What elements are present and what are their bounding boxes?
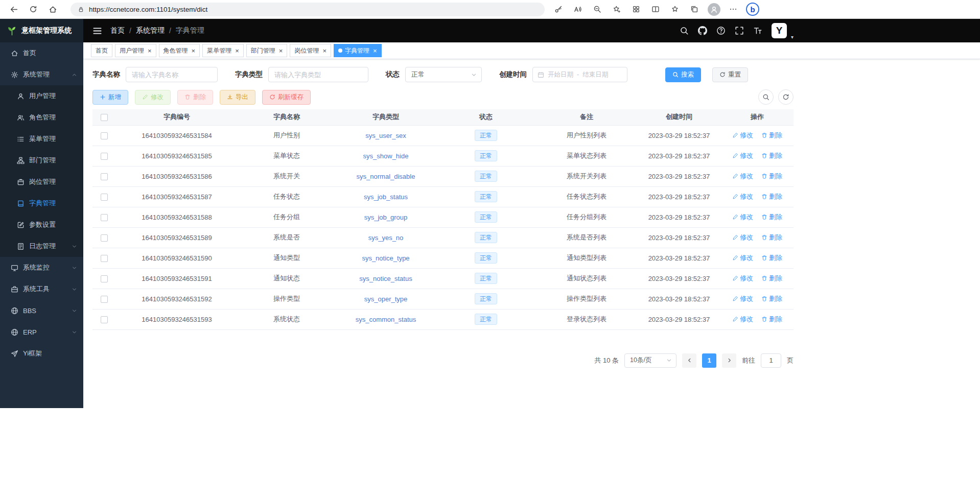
row-delete-button[interactable]: 删除 xyxy=(761,294,782,303)
address-bar[interactable]: https://ccnetcore.com:1101/system/dict xyxy=(71,3,545,16)
close-icon[interactable]: × xyxy=(235,47,239,54)
sidebar-item-yi[interactable]: Yi框架 xyxy=(0,343,83,364)
row-edit-button[interactable]: 修改 xyxy=(732,233,753,242)
tab-dict[interactable]: 字典管理× xyxy=(334,44,382,57)
close-icon[interactable]: × xyxy=(279,47,283,54)
row-delete-button[interactable]: 删除 xyxy=(761,274,782,283)
tab-user[interactable]: 用户管理× xyxy=(115,44,156,57)
favorites-icon[interactable] xyxy=(667,2,683,17)
tab-menu[interactable]: 菜单管理× xyxy=(202,44,244,57)
extensions-icon[interactable] xyxy=(628,2,644,17)
collections-icon[interactable] xyxy=(687,2,702,17)
sidebar-item-system[interactable]: 系统管理 xyxy=(0,64,83,85)
tab-home[interactable]: 首页 xyxy=(91,44,112,57)
row-edit-button[interactable]: 修改 xyxy=(732,253,753,263)
row-edit-button[interactable]: 修改 xyxy=(732,192,753,201)
dict-type-link[interactable]: sys_job_status xyxy=(364,193,408,201)
close-icon[interactable]: × xyxy=(192,47,196,54)
date-range-picker[interactable]: 开始日期 - 结束日期 xyxy=(532,67,627,82)
row-checkbox[interactable] xyxy=(101,173,108,180)
sidebar-item-monitor[interactable]: 系统监控 xyxy=(0,257,83,278)
github-icon[interactable] xyxy=(698,26,707,35)
breadcrumb-item[interactable]: 首页 xyxy=(110,26,125,35)
sidebar-item-role[interactable]: 角色管理 xyxy=(0,107,83,128)
row-delete-button[interactable]: 删除 xyxy=(761,233,782,242)
dict-type-link[interactable]: sys_oper_type xyxy=(364,295,408,303)
dict-name-input[interactable] xyxy=(126,67,218,82)
user-avatar[interactable]: Y ▾ xyxy=(772,23,787,38)
sidebar-item-bbs[interactable]: BBS xyxy=(0,300,83,321)
fullscreen-icon[interactable] xyxy=(735,26,744,35)
tab-role[interactable]: 角色管理× xyxy=(159,44,200,57)
goto-page-input[interactable] xyxy=(761,353,781,368)
add-favorite-icon[interactable] xyxy=(609,2,624,17)
dict-type-link[interactable]: sys_notice_status xyxy=(359,275,412,282)
split-screen-icon[interactable] xyxy=(648,2,663,17)
row-delete-button[interactable]: 删除 xyxy=(761,172,782,181)
tab-dept[interactable]: 部门管理× xyxy=(246,44,288,57)
close-icon[interactable]: × xyxy=(373,47,377,54)
row-delete-button[interactable]: 删除 xyxy=(761,151,782,160)
sidebar-item-home[interactable]: 首页 xyxy=(0,42,83,64)
row-edit-button[interactable]: 修改 xyxy=(732,131,753,140)
status-select[interactable]: 正常 xyxy=(405,67,482,82)
sidebar-item-config[interactable]: 参数设置 xyxy=(0,214,83,235)
font-size-icon[interactable] xyxy=(753,26,762,35)
password-key-icon[interactable] xyxy=(551,2,566,17)
edit-button[interactable]: 修改 xyxy=(135,90,171,105)
hamburger-icon[interactable] xyxy=(92,26,102,36)
row-delete-button[interactable]: 删除 xyxy=(761,212,782,222)
sidebar-item-dict[interactable]: 字典管理 xyxy=(0,193,83,214)
breadcrumb-item[interactable]: 系统管理 xyxy=(136,26,165,35)
dict-type-link[interactable]: sys_yes_no xyxy=(368,234,404,242)
select-all-checkbox[interactable] xyxy=(101,114,108,121)
delete-button[interactable]: 删除 xyxy=(177,90,213,105)
row-edit-button[interactable]: 修改 xyxy=(732,315,753,324)
bing-icon[interactable]: b xyxy=(745,2,760,17)
search-button[interactable]: 搜索 xyxy=(665,67,701,82)
page-number-button[interactable]: 1 xyxy=(702,353,716,368)
dict-type-link[interactable]: sys_normal_disable xyxy=(357,173,415,180)
refresh-table-button[interactable] xyxy=(778,89,794,105)
dict-type-input[interactable] xyxy=(268,67,368,82)
help-icon[interactable] xyxy=(716,26,726,35)
export-button[interactable]: 导出 xyxy=(220,90,255,105)
browser-home-icon[interactable] xyxy=(45,2,60,17)
row-checkbox[interactable] xyxy=(101,296,108,303)
close-icon[interactable]: × xyxy=(148,47,152,54)
search-icon[interactable] xyxy=(680,26,689,35)
read-aloud-icon[interactable] xyxy=(570,2,586,17)
refresh-cache-button[interactable]: 刷新缓存 xyxy=(262,90,311,105)
dict-type-link[interactable]: sys_common_status xyxy=(356,316,416,323)
sidebar-item-user[interactable]: 用户管理 xyxy=(0,85,83,107)
row-checkbox[interactable] xyxy=(101,255,108,262)
row-delete-button[interactable]: 删除 xyxy=(761,192,782,201)
close-icon[interactable]: × xyxy=(322,47,326,54)
reset-button[interactable]: 重置 xyxy=(712,67,748,82)
more-icon[interactable] xyxy=(726,2,741,17)
add-button[interactable]: 新增 xyxy=(92,90,128,105)
row-checkbox[interactable] xyxy=(101,234,108,242)
page-size-select[interactable]: 10条/页 xyxy=(624,353,676,368)
dict-type-link[interactable]: sys_user_sex xyxy=(365,132,406,139)
sidebar-item-tool[interactable]: 系统工具 xyxy=(0,278,83,300)
row-edit-button[interactable]: 修改 xyxy=(732,151,753,160)
sidebar-item-post[interactable]: 岗位管理 xyxy=(0,171,83,193)
sidebar-item-dept[interactable]: 部门管理 xyxy=(0,150,83,171)
zoom-icon[interactable] xyxy=(590,2,605,17)
tab-post[interactable]: 岗位管理× xyxy=(290,44,331,57)
row-delete-button[interactable]: 删除 xyxy=(761,253,782,263)
toggle-search-button[interactable] xyxy=(758,89,774,105)
sidebar-item-menu[interactable]: 菜单管理 xyxy=(0,128,83,150)
row-checkbox[interactable] xyxy=(101,194,108,201)
sidebar-item-log[interactable]: 日志管理 xyxy=(0,235,83,257)
row-edit-button[interactable]: 修改 xyxy=(732,172,753,181)
back-icon[interactable] xyxy=(6,2,21,17)
next-page-button[interactable] xyxy=(722,353,736,368)
row-edit-button[interactable]: 修改 xyxy=(732,274,753,283)
sidebar-item-erp[interactable]: ERP xyxy=(0,321,83,343)
dict-type-link[interactable]: sys_notice_type xyxy=(362,254,409,262)
row-checkbox[interactable] xyxy=(101,153,108,160)
row-delete-button[interactable]: 删除 xyxy=(761,315,782,324)
row-edit-button[interactable]: 修改 xyxy=(732,294,753,303)
